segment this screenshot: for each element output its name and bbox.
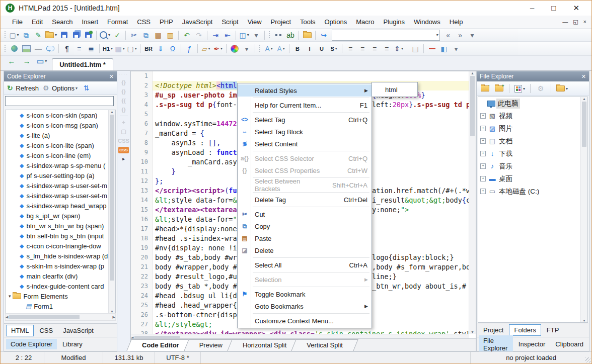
find-next-button[interactable]: » <box>455 30 466 41</box>
scroll-down-icon[interactable]: ▼ <box>471 330 474 334</box>
tree-item[interactable]: ◆s-lite (a) <box>6 130 115 140</box>
save-all-button[interactable] <box>70 30 82 41</box>
scrollbar-thumb[interactable] <box>470 76 475 136</box>
menu-css[interactable]: CSS <box>132 17 155 27</box>
folders-button[interactable]: ▾ <box>556 83 568 94</box>
syntax-highlight-button[interactable]: ✒▾ <box>212 43 224 54</box>
css-validate-disabled-icon[interactable]: CSS <box>118 138 129 144</box>
color-picker-button[interactable] <box>229 43 240 54</box>
menu-macro[interactable]: Macro <box>351 17 379 27</box>
code-explorer-tree[interactable]: ◆s-icon s-icon-skin (span)◆s-icon s-icon… <box>5 110 116 314</box>
line-spacing-button[interactable]: ⇕▾ <box>393 43 404 54</box>
tree-item[interactable]: ◆s-index-guide-content card <box>6 281 115 291</box>
fe-item--[interactable]: +▤文档 <box>478 135 587 147</box>
paste-button[interactable]: ▤ <box>153 30 164 41</box>
toolbar-grip[interactable] <box>268 31 271 39</box>
menu-javascript[interactable]: JavaScript <box>178 17 217 27</box>
tab-folders[interactable]: Folders <box>509 324 541 336</box>
new-file-button[interactable]: ▢▾ <box>9 30 20 41</box>
align-center-button[interactable]: ≡ <box>357 43 368 54</box>
menu-options[interactable]: Options <box>320 17 351 27</box>
view-tab-preview[interactable]: Preview <box>189 339 233 351</box>
toolbar-overflow-button[interactable]: ▾ <box>241 43 252 54</box>
table-button[interactable]: ▦▾ <box>114 43 125 54</box>
edit-document-button[interactable]: ✎ <box>33 30 44 41</box>
tree-vertical-scrollbar[interactable]: ▲▼ <box>580 97 587 322</box>
menu-windows[interactable]: Windows <box>409 17 445 27</box>
fe-item--[interactable]: 此电脑 <box>478 97 587 110</box>
editor-vertical-scrollbar[interactable]: ▲▼ <box>469 71 476 334</box>
numbered-list-button[interactable]: ≣ <box>86 43 97 54</box>
mdi-restore-button[interactable]: ◱ <box>573 19 578 25</box>
tree-item[interactable]: ◆s-skin-lm s-isindex-wrap (p <box>6 261 115 271</box>
toolbar-grip[interactable] <box>259 45 261 53</box>
font-name-button[interactable]: A▾ <box>263 43 274 54</box>
tree-group-form-elements[interactable]: ▾Form Elements <box>6 291 115 301</box>
paste-code-button[interactable]: ▥ <box>165 30 176 41</box>
scroll-left-icon[interactable]: ◀ <box>6 315 8 319</box>
menu-item-select-content[interactable]: ≶Select Content <box>238 138 372 150</box>
horizontal-rule-button[interactable]: — <box>33 43 44 54</box>
tree-item[interactable]: ◆s-icon s-icon-skin (span) <box>6 110 115 120</box>
tree-item-form1[interactable]: ▤Form1 <box>6 301 115 311</box>
replace-button[interactable]: ab <box>285 30 296 41</box>
menu-item-goto-bookmarks[interactable]: Goto Bookmarks▶ <box>238 300 372 312</box>
anchor-button[interactable]: ⇓ <box>155 43 166 54</box>
center-element-icon[interactable]: + <box>122 119 125 125</box>
find-button[interactable] <box>273 30 284 41</box>
scroll-right-icon[interactable]: ▶ <box>113 315 115 319</box>
menu-php[interactable]: PHP <box>155 17 178 27</box>
tree-item[interactable]: ◆c-icon c-icon-triangle-dow <box>6 241 115 251</box>
tree-item[interactable]: ◆main clearfix (div) <box>6 271 115 281</box>
tab-library[interactable]: Library <box>58 339 87 349</box>
expand-plus-icon[interactable]: + <box>480 151 486 156</box>
mdi-minimize-button[interactable]: — <box>562 19 568 25</box>
view-tab-horizontal-split[interactable]: Horizontal Split <box>233 339 297 351</box>
search-combobox[interactable]: ▾ <box>332 30 440 41</box>
tab-clipboard[interactable]: Clipboard <box>551 339 588 349</box>
resize-grip[interactable] <box>585 357 590 362</box>
tree-item[interactable]: ◆s-icon s-icon-msg (span) <box>6 120 115 130</box>
tree-item[interactable]: ◆s-isindex-wrap s-sp-menu ( <box>6 160 115 170</box>
snippet-add-icon[interactable]: {} <box>121 79 126 85</box>
scroll-up-icon[interactable]: ▲ <box>582 97 586 101</box>
menu-file[interactable]: File <box>8 17 27 27</box>
tree-item[interactable]: ◆bg s_ipt_wr (span) <box>6 211 115 221</box>
spellcheck-button[interactable]: ✓ <box>112 30 123 41</box>
expand-plus-icon[interactable]: + <box>480 189 486 194</box>
menu-item-select-tag[interactable]: <>Select TagCtrl+Q <box>238 114 372 126</box>
align-right-button[interactable]: ≡ <box>369 43 380 54</box>
tree-horizontal-scrollbar[interactable]: ◀▶ <box>5 313 116 321</box>
tree-item[interactable]: ◆s-isindex-wrap s-user-set-m <box>6 191 115 201</box>
menu-item-customize-context-menu-[interactable]: Customize Context Menu... <box>238 315 372 327</box>
toolbar-grip[interactable] <box>4 31 7 39</box>
tree-item[interactable]: ◆s-isindex-wrap head_wrapp <box>6 201 115 211</box>
menu-item-help-for-current-item-[interactable]: Help for Current Item...F1 <box>238 99 372 111</box>
minimize-button[interactable]: – <box>530 4 534 13</box>
goto-function-button[interactable]: ↪ <box>318 30 329 41</box>
menu-view[interactable]: View <box>243 17 266 27</box>
close-panel-icon[interactable]: ✕ <box>109 73 114 80</box>
fe-item--[interactable]: +▨图片 <box>478 122 587 135</box>
code-snippet-button[interactable]: ƒ <box>184 43 195 54</box>
menu-tools[interactable]: Tools <box>295 17 320 27</box>
undo-button[interactable]: ↶ <box>181 30 192 41</box>
underline-button[interactable]: U <box>316 43 327 54</box>
align-justify-button[interactable]: ≡ <box>381 43 392 54</box>
tag-button[interactable]: ▱▾ <box>200 43 211 54</box>
paragraph-button[interactable]: ¶ <box>61 43 72 54</box>
new-folder-button[interactable]: + <box>493 83 504 94</box>
fe-item--c-[interactable]: +▭本地磁盘 (C:) <box>478 185 587 198</box>
comment-button[interactable] <box>45 43 56 54</box>
menu-edit[interactable]: Edit <box>27 17 47 27</box>
view-mode-button[interactable]: ▾ <box>514 83 526 94</box>
cut-button[interactable]: ✂ <box>128 30 139 41</box>
split-view-button[interactable]: ◫▾ <box>239 30 250 41</box>
collapse-panel-icon[interactable]: ▸ <box>122 156 125 161</box>
fe-item--[interactable]: +♪音乐 <box>478 160 587 172</box>
expand-plus-icon[interactable]: + <box>480 126 486 131</box>
indent-button[interactable]: ⇥ <box>210 30 221 41</box>
menu-item-delete[interactable]: ◪Delete <box>238 244 372 256</box>
menu-item-paste[interactable]: ▤Paste <box>238 232 372 244</box>
menu-search[interactable]: Search <box>47 17 77 27</box>
